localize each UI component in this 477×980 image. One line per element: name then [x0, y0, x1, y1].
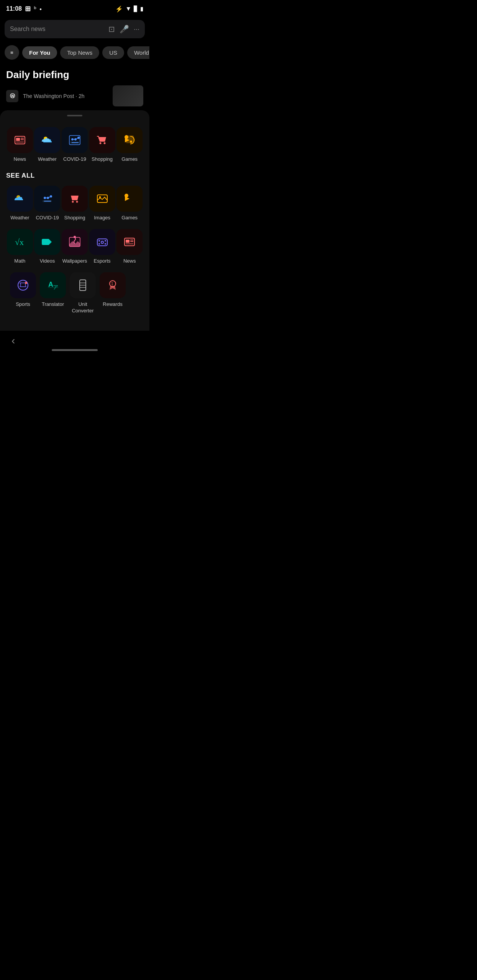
app-games-2[interactable]: Games — [116, 186, 143, 221]
weather-label: Weather — [38, 156, 57, 163]
games-label: Games — [121, 156, 138, 163]
svg-rect-32 — [97, 239, 107, 246]
app-images[interactable]: Images — [89, 186, 115, 221]
app-math[interactable]: √x Math — [7, 229, 33, 265]
back-button[interactable]: ‹ — [11, 335, 15, 347]
esports-label: Esports — [94, 258, 111, 265]
qr-icon: ⊞ — [25, 5, 31, 13]
tab-world[interactable]: World — [127, 46, 149, 59]
wallpapers-icon — [62, 229, 88, 255]
more-icon[interactable]: ··· — [134, 25, 139, 33]
status-time: 11:08 — [6, 5, 22, 12]
svg-point-43 — [18, 280, 28, 290]
bottom-sheet: News Weather — [0, 110, 149, 331]
rewards-icon: 1 — [100, 272, 126, 298]
app-sports[interactable]: Sports — [10, 272, 36, 314]
svg-point-15 — [130, 140, 132, 143]
tab-us[interactable]: US — [102, 46, 124, 59]
home-indicator — [52, 349, 98, 351]
svg-point-34 — [98, 240, 100, 242]
weather2-icon — [7, 186, 33, 212]
translator-icon: A ア — [40, 272, 66, 298]
unit-converter-label: Unit Converter — [72, 301, 93, 314]
math-label: Math — [14, 258, 25, 265]
covid2-label: COVID-19 — [36, 215, 59, 221]
svg-point-33 — [101, 241, 103, 243]
app-weather[interactable]: Weather — [34, 127, 60, 163]
daily-briefing-title: Daily briefing — [6, 69, 143, 81]
app-translator[interactable]: A ア Translator — [40, 272, 66, 314]
briefing-card[interactable]: Ⓦ The Washington Post · 2h — [6, 85, 143, 106]
search-placeholder: Search news — [10, 26, 105, 33]
news2-icon — [116, 229, 143, 255]
svg-point-36 — [98, 243, 100, 245]
svg-point-31 — [74, 236, 76, 238]
svg-rect-1 — [16, 138, 20, 141]
hamburger-icon: ≡ — [10, 50, 13, 56]
images-label: Images — [94, 215, 110, 221]
app-wallpapers[interactable]: Wallpapers — [62, 229, 88, 265]
bottom-nav-row: ‹ — [0, 335, 149, 347]
battery-icon: ▮ — [140, 6, 143, 12]
wifi-icon: ▼ — [125, 5, 131, 12]
app-row-1: Weather COVID-19 — [6, 186, 143, 221]
bing-icon: ᵇ — [34, 5, 36, 13]
source-logo: Ⓦ — [6, 90, 18, 102]
videos-label: Videos — [40, 258, 55, 265]
covid-icon — [62, 127, 88, 153]
voice-search-icon[interactable]: 🎤 — [120, 24, 129, 34]
app-news-2[interactable]: News — [116, 229, 143, 265]
app-row-3: Sports A ア Translator — [6, 272, 143, 314]
camera-search-icon[interactable]: ⊡ — [108, 24, 115, 34]
search-actions: ⊡ 🎤 ··· — [108, 24, 139, 34]
app-covid-2[interactable]: COVID-19 — [34, 186, 60, 221]
source-name: The Washington Post · 2h — [23, 93, 85, 99]
search-bar[interactable]: Search news ⊡ 🎤 ··· — [5, 20, 145, 38]
sports-label: Sports — [16, 301, 30, 308]
bluetooth-icon: ⚡ — [115, 5, 123, 13]
app-rewards[interactable]: 1 Rewards — [100, 272, 126, 314]
bottom-navigation: ‹ — [0, 331, 149, 353]
wallpapers-label: Wallpapers — [62, 258, 87, 265]
svg-rect-39 — [126, 240, 129, 243]
svg-point-35 — [105, 240, 106, 242]
esports-icon — [89, 229, 115, 255]
tab-for-you[interactable]: For You — [22, 46, 57, 59]
sports-icon — [10, 272, 36, 298]
menu-button[interactable]: ≡ — [5, 45, 19, 60]
games2-label: Games — [121, 215, 138, 221]
unit-converter-icon — [70, 272, 96, 298]
app-covid[interactable]: COVID-19 — [62, 127, 88, 163]
svg-marker-29 — [49, 240, 52, 244]
images-icon — [89, 186, 115, 212]
tab-top-news[interactable]: Top News — [60, 46, 99, 59]
svg-rect-28 — [42, 239, 49, 245]
app-games[interactable]: Games — [116, 127, 143, 163]
games2-icon — [116, 186, 143, 212]
app-news[interactable]: News — [7, 127, 33, 163]
weather-icon — [34, 127, 60, 153]
status-right: ⚡ ▼ ▊ ▮ — [115, 5, 143, 13]
games-icon — [116, 127, 143, 153]
shopping-icon — [89, 127, 115, 153]
daily-briefing-section: Daily briefing Ⓦ The Washington Post · 2… — [0, 63, 149, 110]
svg-point-37 — [105, 243, 106, 245]
app-esports[interactable]: Esports — [89, 229, 115, 265]
math-icon: √x — [7, 229, 33, 255]
app-shopping-2[interactable]: Shopping — [62, 186, 88, 221]
svg-text:√x: √x — [15, 237, 24, 247]
briefing-thumbnail — [113, 85, 143, 106]
dot-icon: ● — [39, 7, 42, 11]
app-row-2: √x Math Videos — [6, 229, 143, 265]
svg-text:ア: ア — [53, 284, 58, 290]
svg-point-22 — [72, 201, 74, 203]
top-app-grid: News Weather — [0, 124, 149, 169]
covid-label: COVID-19 — [63, 156, 86, 163]
app-unit-converter[interactable]: Unit Converter — [70, 272, 96, 314]
app-weather-2[interactable]: Weather — [7, 186, 33, 221]
app-videos[interactable]: Videos — [34, 229, 60, 265]
shopping2-icon — [62, 186, 88, 212]
news-label: News — [14, 156, 26, 163]
translator-label: Translator — [42, 301, 64, 308]
app-shopping[interactable]: Shopping — [89, 127, 115, 163]
